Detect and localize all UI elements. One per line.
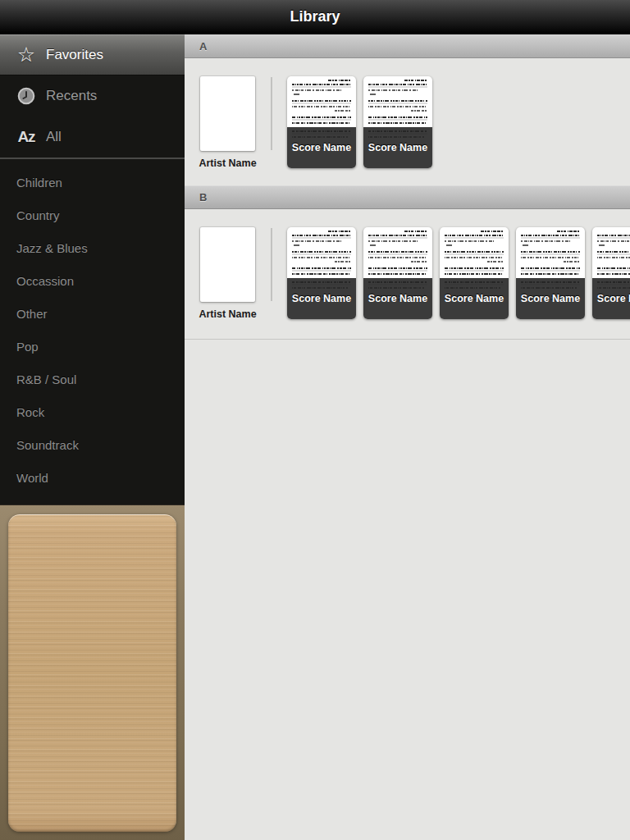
library-content: A Artist Name Score Name Score Name B [185,34,630,840]
score-card[interactable]: Score Name [440,227,509,319]
artist-name-label: Artist Name [199,158,256,169]
sidebar-item-rock[interactable]: Rock [0,396,185,429]
score-list: Score Name Score Name Score Name Score N… [287,227,630,319]
section-letter: A [199,40,207,52]
sidebar-item-country[interactable]: Country [0,199,185,232]
sidebar-item-world[interactable]: World [0,462,185,495]
score-name-label: Score Name [368,293,427,304]
wood-panel [0,504,185,840]
sidebar-item-all[interactable]: Az All [0,116,185,158]
sidebar: ☆ Favorites Recents Az All Children Coun… [0,34,185,840]
section-row-b: Artist Name Score Name Score Name Score … [185,209,630,340]
artist-card[interactable] [200,76,255,151]
artist-block: Artist Name [200,76,255,169]
sidebar-item-soundtrack[interactable]: Soundtrack [0,429,185,462]
score-title-band: Score Name [287,127,356,168]
score-title-band: Score Name [592,278,630,319]
score-name-label: Score Name [521,293,580,304]
sidebar-item-favorites[interactable]: ☆ Favorites [0,34,185,75]
sidebar-item-children[interactable]: Children [0,167,185,199]
sidebar-item-label: All [46,129,62,145]
titlebar: Library [0,0,630,34]
sidebar-item-jazz-blues[interactable]: Jazz & Blues [0,232,185,265]
wood-texture-card [8,514,176,832]
clock-icon [15,87,38,105]
sidebar-item-label: Favorites [46,47,103,63]
sidebar-item-recents[interactable]: Recents [0,75,185,116]
artist-card[interactable] [200,227,255,302]
artist-block: Artist Name [200,227,255,320]
genre-list: Children Country Jazz & Blues Occassion … [0,159,185,495]
score-card[interactable]: Score Name [363,76,432,168]
section-row-a: Artist Name Score Name Score Name [185,58,630,185]
score-name-label: Score Name [292,142,351,153]
score-card[interactable]: Score Name [592,227,630,319]
sidebar-item-other[interactable]: Other [0,298,185,331]
score-card[interactable]: Score Name [516,227,585,319]
score-card[interactable]: Score Name [363,227,432,319]
section-header-a: A [185,34,630,58]
score-title-band: Score Name [363,127,432,168]
section-header-b: B [185,185,630,209]
score-title-band: Score Name [516,278,585,319]
sidebar-item-label: Recents [46,88,97,104]
sidebar-item-pop[interactable]: Pop [0,331,185,363]
score-name-label: Score Name [292,293,351,304]
artist-score-divider [271,77,272,150]
score-name-label: Score Name [368,142,427,153]
score-title-band: Score Name [363,278,432,319]
score-name-label: Score Name [597,293,630,304]
artist-name-label: Artist Name [199,308,256,320]
score-card[interactable]: Score Name [287,227,356,319]
section-letter: B [199,191,207,203]
page-title: Library [290,8,340,25]
artist-score-divider [271,228,272,301]
score-title-band: Score Name [440,278,509,319]
score-name-label: Score Name [445,293,504,304]
score-list: Score Name Score Name [287,76,440,168]
score-title-band: Score Name [287,278,356,319]
az-icon: Az [15,128,38,146]
score-card[interactable]: Score Name [287,76,356,168]
sidebar-item-rnb-soul[interactable]: R&B / Soul [0,363,185,396]
sidebar-item-occassion[interactable]: Occassion [0,265,185,298]
star-icon: ☆ [15,44,38,65]
